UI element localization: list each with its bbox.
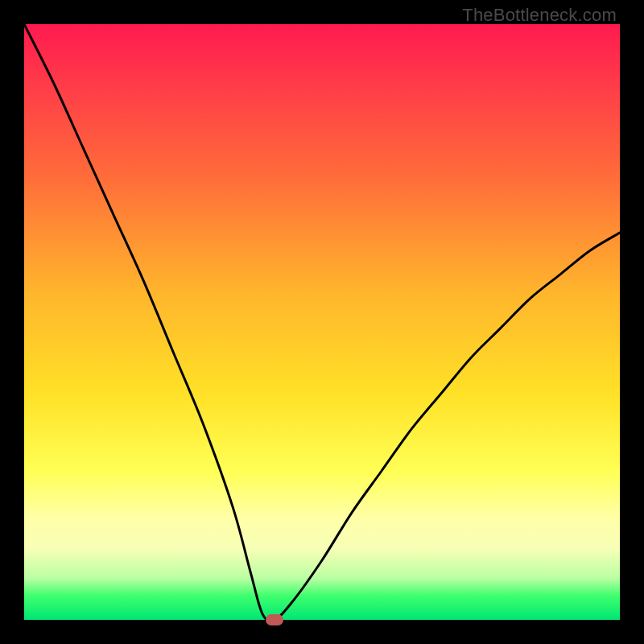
watermark-text: TheBottleneck.com — [462, 5, 617, 26]
optimal-marker — [266, 614, 283, 625]
curve-path — [24, 24, 620, 620]
plot-area — [24, 24, 620, 620]
bottleneck-curve — [24, 24, 620, 620]
